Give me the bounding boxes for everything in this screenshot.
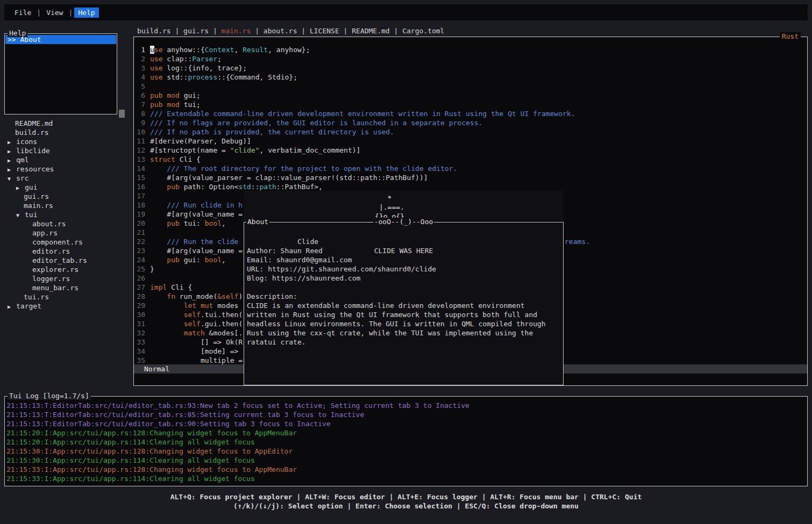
explorer-item-about.rs[interactable]: about.rs bbox=[4, 219, 129, 228]
tab-LICENSE[interactable]: LICENSE bbox=[310, 27, 339, 35]
menu-item-view[interactable]: View bbox=[42, 8, 67, 18]
explorer-item-app.rs[interactable]: app.rs bbox=[4, 228, 129, 238]
code-text: pub mod gui; bbox=[150, 91, 201, 99]
code-line[interactable]: 12#[structopt(name = "clide", verbatim_d… bbox=[134, 146, 807, 155]
code-token: tui: bbox=[184, 219, 205, 227]
tui-log-panel[interactable]: Tui Log [log=1.7/s] 21:15:13:T:EditorTab… bbox=[4, 396, 808, 486]
tab-Cargo.toml[interactable]: Cargo.toml bbox=[402, 27, 444, 35]
line-number: 6 bbox=[137, 91, 145, 100]
tab-README.md[interactable]: README.md bbox=[352, 27, 389, 35]
code-token: &modes[. bbox=[209, 329, 243, 337]
code-line[interactable]: 2use clap::Parser; bbox=[134, 54, 807, 63]
explorer-item-component.rs[interactable]: component.rs bbox=[4, 238, 129, 247]
explorer-item-label: icons bbox=[16, 138, 37, 146]
explorer-item-editor_tab.rs[interactable]: editor_tab.rs bbox=[4, 256, 129, 265]
code-token: std:: bbox=[167, 73, 188, 81]
folder-collapsed-icon[interactable]: ▶ bbox=[8, 165, 16, 174]
code-token: pub bbox=[167, 256, 183, 264]
about-popup-line: headless Linux environments. The GUI is … bbox=[247, 319, 560, 328]
code-line[interactable]: 15 #[arg(value_parser = clap::value_pars… bbox=[134, 173, 807, 182]
code-token: Result bbox=[243, 46, 268, 54]
code-line[interactable]: 9/// If no flags are provided, the GUI e… bbox=[134, 118, 807, 127]
explorer-item-editor.rs[interactable]: editor.rs bbox=[4, 247, 129, 256]
editor-tabs[interactable]: build.rs | gui.rs | main.rs | about.rs |… bbox=[137, 26, 444, 35]
tab-separator: | bbox=[171, 27, 183, 35]
folder-collapsed-icon[interactable]: ▶ bbox=[8, 138, 16, 147]
code-line[interactable]: 3use log::{info, trace}; bbox=[134, 63, 807, 73]
code-text: use log::{info, trace}; bbox=[150, 64, 247, 72]
code-token: run_mode( bbox=[180, 292, 217, 300]
help-menu[interactable]: Help >> About bbox=[4, 33, 117, 114]
explorer-item-main.rs[interactable]: main.rs bbox=[4, 201, 129, 210]
folder-collapsed-icon[interactable]: ▶ bbox=[8, 156, 16, 165]
code-token: .gui.then( bbox=[201, 320, 243, 328]
code-token: #[derive(Parser, Debug)] bbox=[150, 137, 251, 145]
code-line[interactable]: 11#[derive(Parser, Debug)] bbox=[134, 137, 807, 146]
line-number: 1 bbox=[137, 45, 145, 54]
explorer-item-gui[interactable]: ▶gui bbox=[4, 183, 129, 192]
code-text: use clap::Parser; bbox=[150, 55, 222, 63]
code-line[interactable]: 1use anyhow::{Context, Result, anyhow}; bbox=[134, 45, 807, 54]
explorer-item-explorer.rs[interactable]: explorer.rs bbox=[4, 265, 129, 274]
menu-bar[interactable]: File|View|Help bbox=[4, 4, 808, 20]
code-line[interactable]: 16 pub path: Option<std::path::PathBuf>, bbox=[134, 182, 807, 191]
code-line[interactable]: 5 bbox=[134, 82, 807, 91]
tab-about.rs[interactable]: about.rs bbox=[263, 27, 297, 35]
folder-collapsed-icon[interactable]: ▶ bbox=[8, 147, 16, 156]
explorer-item-libclide[interactable]: ▶libclide bbox=[4, 146, 129, 155]
code-text: pub path: Option<std::path::PathBuf>, bbox=[150, 183, 323, 191]
explorer-item-label: about.rs bbox=[32, 220, 66, 228]
tab-separator: | bbox=[209, 27, 221, 35]
menu-item-file[interactable]: File bbox=[11, 8, 35, 18]
folder-open-icon[interactable]: ▼ bbox=[8, 174, 16, 183]
explorer-item-tui[interactable]: ▼tui bbox=[4, 210, 129, 219]
explorer-item-README.md[interactable]: README.md bbox=[4, 119, 129, 128]
explorer-item-build.rs[interactable]: build.rs bbox=[4, 128, 129, 137]
code-line[interactable]: 4use std::process::{Command, Stdio}; bbox=[134, 73, 807, 82]
code-token: , verbatim_doc_comment)] bbox=[260, 146, 361, 154]
about-popup-line: Rust using the cxx-qt crate, while the T… bbox=[247, 328, 560, 338]
code-line[interactable]: 8/// Extendable command-line driven deve… bbox=[134, 109, 807, 118]
about-popup-line: CLIDE is an extendable command-line driv… bbox=[247, 301, 560, 310]
explorer-item-logger.rs[interactable]: logger.rs bbox=[4, 274, 129, 283]
explorer-scrollbar-thumb[interactable] bbox=[119, 110, 125, 118]
explorer-item-tui.rs[interactable]: tui.rs bbox=[4, 292, 129, 302]
explorer-item-menu_bar.rs[interactable]: menu_bar.rs bbox=[4, 283, 129, 292]
code-line[interactable]: 14 /// The root directory for the projec… bbox=[134, 164, 807, 173]
explorer-item-target[interactable]: ▶target bbox=[4, 302, 129, 311]
tab-gui.rs[interactable]: gui.rs bbox=[183, 27, 209, 35]
explorer-item-gui.rs[interactable]: gui.rs bbox=[4, 192, 129, 201]
explorer-item-label: editor.rs bbox=[32, 247, 70, 255]
folder-collapsed-icon[interactable]: ▶ bbox=[8, 302, 16, 311]
tab-main.rs[interactable]: main.rs bbox=[222, 27, 251, 35]
code-line[interactable]: 10/// If no path is provided, the curren… bbox=[134, 127, 807, 137]
tab-build.rs[interactable]: build.rs bbox=[137, 27, 171, 35]
code-token: path bbox=[260, 183, 276, 191]
code-token: #[structopt(name = bbox=[150, 146, 230, 154]
code-token bbox=[150, 219, 167, 227]
explorer-item-resources[interactable]: ▶resources bbox=[4, 164, 129, 174]
folder-open-icon[interactable]: ▼ bbox=[16, 211, 25, 220]
about-popup-line: URL: https://git.shaunreed.com/shaunrd0/… bbox=[247, 264, 560, 274]
folder-collapsed-icon[interactable]: ▶ bbox=[16, 183, 25, 192]
about-popup-line: ratatui crate. bbox=[247, 338, 560, 347]
line-number: 32 bbox=[137, 328, 145, 338]
line-number: 13 bbox=[137, 155, 145, 164]
explorer-item-label: logger.rs bbox=[32, 275, 70, 283]
code-token: #[arg(value_name = bbox=[150, 210, 243, 218]
code-line[interactable]: 7pub mod tui; bbox=[134, 100, 807, 109]
code-token: gui: bbox=[184, 256, 205, 264]
editor-panel[interactable]: Rust 1use anyhow::{Context, Result, anyh… bbox=[133, 37, 808, 386]
line-number: 22 bbox=[137, 237, 145, 246]
explorer-item-src[interactable]: ▼src bbox=[4, 174, 129, 183]
code-line[interactable]: 13struct Cli { bbox=[134, 155, 807, 164]
line-number: 29 bbox=[137, 301, 145, 310]
project-explorer[interactable]: README.mdbuild.rs▶icons▶libclide▶qml▶res… bbox=[4, 119, 129, 311]
code-line[interactable]: 6pub mod gui; bbox=[134, 91, 807, 100]
explorer-item-qml[interactable]: ▶qml bbox=[4, 155, 129, 164]
menu-item-help[interactable]: Help bbox=[74, 8, 98, 18]
explorer-item-icons[interactable]: ▶icons bbox=[4, 137, 129, 146]
code-token: self bbox=[184, 311, 201, 319]
code-token: fn bbox=[167, 292, 179, 300]
code-token: modes bbox=[217, 302, 238, 310]
